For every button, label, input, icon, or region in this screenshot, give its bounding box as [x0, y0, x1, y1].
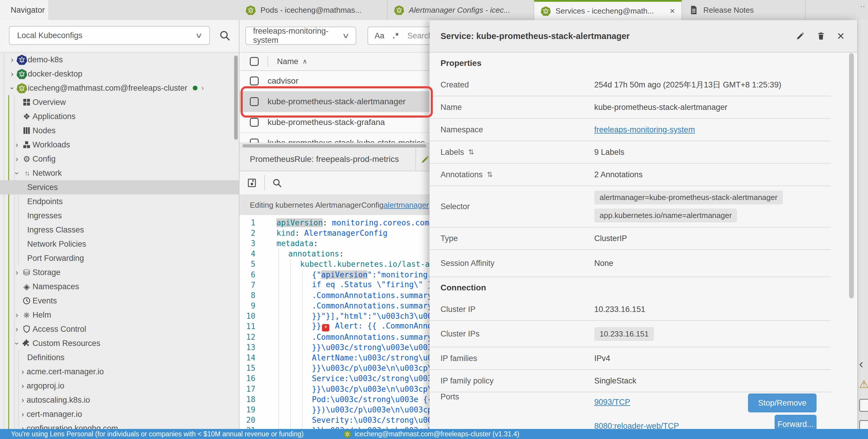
tab-0[interactable]: Pods - icecheng@mathmas... — [239, 0, 388, 20]
chevron-down-icon[interactable]: › — [12, 169, 22, 177]
chevron-down-icon[interactable]: › — [8, 84, 17, 92]
sidebar-item-port-forwarding[interactable]: Port Forwarding — [0, 251, 239, 265]
drawer-title: Service: kube-prometheus-stack-alertmana… — [440, 31, 630, 41]
sidebar-item-icecheng-mathmast-com-freeleaps-cluster[interactable]: › icecheng@mathmast.com@freeleaps-cluste… — [0, 81, 239, 95]
line-number: 14 — [240, 353, 260, 362]
match-case-toggle[interactable]: Aa — [375, 31, 384, 40]
sidebar-item-overview[interactable]: Overview — [0, 95, 239, 109]
right-edge-strip: ‹ ⚠ — [857, 20, 868, 429]
chevron-right-icon[interactable]: › — [202, 84, 204, 92]
row-checkbox[interactable] — [250, 76, 259, 86]
name-column-header[interactable]: Name — [277, 57, 298, 66]
chevron-right-icon[interactable]: › — [13, 325, 21, 334]
sidebar-item-definitions[interactable]: Definitions — [0, 350, 239, 365]
row-checkbox[interactable] — [250, 139, 259, 143]
sidebar-item-endpoints[interactable]: Endpoints — [0, 194, 239, 209]
line-number: 2 — [240, 229, 260, 238]
close-icon[interactable]: × — [837, 31, 844, 41]
tab-1[interactable]: Alertmanager Configs - icec... — [388, 0, 534, 20]
search-icon[interactable] — [219, 30, 230, 41]
editing-resource-link[interactable]: alertmanager — [383, 201, 429, 210]
sidebar-item-applications[interactable]: ❖Applications — [0, 109, 239, 124]
sidebar-item-argoproj-io[interactable]: ›argoproj.io — [0, 379, 239, 393]
sidebar-item-configuration-konghq-com[interactable]: ›configuration.konghq.com — [0, 421, 239, 429]
chevron-right-icon[interactable]: › — [19, 396, 27, 405]
code-line: 1 apiVersion: monitoring.coreos.com/v1 — [240, 217, 430, 228]
code-line: 18 Pod:\u003c/strong\u003e {{ .Com — [240, 394, 430, 404]
sidebar-item-network-policies[interactable]: Network Policies — [0, 237, 239, 251]
chevron-right-icon[interactable]: › — [19, 424, 27, 429]
navigator-tab[interactable]: Navigator — [0, 0, 48, 20]
chevron-right-icon[interactable]: › — [19, 367, 27, 376]
sidebar-item-demo-k8s[interactable]: › demo-k8s — [0, 53, 239, 67]
access-icon — [21, 325, 33, 334]
chevron-right-icon[interactable]: › — [8, 69, 16, 78]
sort-asc-icon[interactable]: ∧ — [303, 58, 307, 65]
chevron-right-icon[interactable]: › — [13, 140, 21, 149]
active-cluster-status[interactable]: icecheng@mathmast.com@freeleaps-cluster … — [344, 430, 520, 438]
sidebar-item-ingress-classes[interactable]: Ingress Classes — [0, 223, 239, 237]
table-row-kube-prometheus-stack-kube-state-metrics[interactable]: kube-prometheus-stack-kube-state-metrics — [240, 133, 430, 143]
sidebar-item-label: Events — [33, 296, 57, 305]
chevron-right-icon[interactable]: › — [13, 155, 21, 164]
regex-toggle[interactable]: .* — [393, 31, 399, 40]
sidebar-item-autoscaling-k8s-io[interactable]: ›autoscaling.k8s.io — [0, 393, 239, 407]
sidebar-item-cert-manager-io[interactable]: ›cert-manager.io — [0, 407, 239, 421]
sidebar-item-nodes[interactable]: Nodes — [0, 124, 239, 138]
chevron-right-icon[interactable]: › — [19, 410, 27, 419]
sidebar-item-namespaces[interactable]: ◈Namespaces — [0, 279, 239, 294]
sidebar-item-ingresses[interactable]: Ingresses — [0, 209, 239, 223]
sidebar-item-helm[interactable]: ›⎈Helm — [0, 308, 239, 322]
sidebar-item-storage[interactable]: ›⛁Storage — [0, 265, 239, 279]
editing-note-text: Editing kubernetes AlertmanagerConfig — [250, 201, 383, 210]
sidebar-item-workloads[interactable]: ›Workloads — [0, 138, 239, 152]
row-checkbox[interactable] — [250, 118, 259, 127]
sort-icon[interactable]: ⇅ — [468, 148, 474, 156]
edit-pencil-icon[interactable] — [796, 31, 805, 41]
cut-off-button[interactable] — [859, 399, 868, 412]
sidebar-item-events[interactable]: Events — [0, 294, 239, 308]
property-value: SingleStack — [594, 376, 637, 385]
sort-icon[interactable]: ⇅ — [487, 170, 493, 179]
sidebar-item-services[interactable]: Services — [0, 180, 239, 194]
line-number: 10 — [240, 312, 260, 320]
save-icon[interactable] — [247, 177, 257, 188]
chevron-down-icon[interactable]: › — [12, 339, 22, 347]
port-link[interactable]: 8080:reloader-web/TCP — [594, 421, 679, 429]
chevron-left-icon[interactable]: ‹ — [859, 357, 863, 371]
chevron-right-icon[interactable]: › — [8, 55, 16, 64]
editor-toolbar — [240, 171, 430, 195]
namespace-link[interactable]: freeleaps-monitoring-system — [594, 125, 695, 134]
chevron-right-icon[interactable]: › — [13, 268, 21, 277]
sidebar-item-acme-cert-manager-io[interactable]: ›acme.cert-manager.io — [0, 365, 239, 379]
stop-remove-button[interactable]: Stop/Remove — [748, 394, 816, 412]
select-all-checkbox[interactable] — [250, 57, 259, 66]
delete-trash-icon[interactable] — [816, 31, 826, 41]
list-search-input[interactable]: Aa .* Search — [368, 27, 430, 45]
property-row-annotations: Annotations⇅ 2 Annotations — [430, 164, 831, 186]
horizontal-scrollbar[interactable] — [240, 143, 430, 148]
edit-pencil-icon[interactable] — [421, 155, 430, 164]
editor-search-icon[interactable] — [272, 178, 282, 188]
cut-off-button[interactable] — [859, 420, 868, 429]
namespace-dropdown[interactable]: freeleaps-monitoring-system ∨ — [245, 27, 356, 45]
network-icon: ↑↓ — [21, 169, 33, 177]
sidebar-item-access-control[interactable]: ›Access Control — [0, 322, 239, 336]
forward-button[interactable]: Forward... — [775, 415, 816, 429]
yaml-editor[interactable]: 1 apiVersion: monitoring.coreos.com/v1 2… — [240, 215, 430, 429]
close-tab-icon[interactable]: × — [670, 6, 675, 16]
sidebar-item-custom-resources[interactable]: ›Custom Resources — [0, 336, 239, 350]
drawer-scrollbar[interactable] — [849, 53, 854, 298]
chevron-right-icon[interactable]: › — [19, 381, 27, 391]
horizontal-scrollbar-thumb[interactable] — [242, 144, 426, 147]
kubeconfig-dropdown[interactable]: Local Kubeconfigs ∨ — [9, 26, 210, 45]
port-link[interactable]: 9093/TCP — [594, 398, 679, 407]
services-list-panel: freeleaps-monitoring-system ∨ Aa .* Sear… — [240, 20, 430, 429]
sidebar-item-network[interactable]: ›↑↓Network — [0, 166, 239, 180]
sidebar-item-docker-desktop[interactable]: › docker-desktop — [0, 67, 239, 81]
warning-icon[interactable]: ⚠ — [859, 378, 868, 391]
tab-2[interactable]: Services - icecheng@math... × — [534, 0, 682, 20]
sidebar-item-config[interactable]: ›⚙Config — [0, 152, 239, 166]
chevron-right-icon[interactable]: › — [13, 310, 21, 319]
tab-3[interactable]: Release Notes — [682, 0, 806, 20]
